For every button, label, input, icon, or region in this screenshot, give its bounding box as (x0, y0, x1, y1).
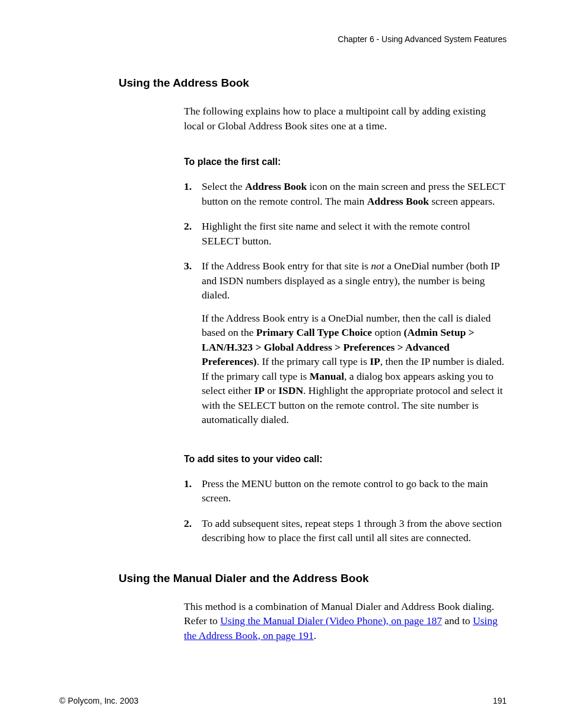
link-manual-dialer[interactable]: Using the Manual Dialer (Video Phone), o… (220, 615, 442, 627)
text-bold: Manual (310, 370, 344, 382)
section-heading-manual-dialer: Using the Manual Dialer and the Address … (119, 572, 507, 585)
section-address-book: Using the Address Book The following exp… (59, 77, 507, 427)
numbered-list-first-call: Select the Address Book icon on the main… (184, 179, 507, 427)
body-text-intro: The following explains how to place a mu… (184, 104, 507, 133)
list-item: If the Address Book entry for that site … (184, 259, 507, 427)
indented-paragraph: If the Address Book entry is a OneDial n… (202, 311, 507, 427)
footer-page-number: 191 (493, 696, 507, 705)
list-item: Press the MENU button on the remote cont… (184, 476, 507, 506)
footer-copyright: © Polycom, Inc. 2003 (59, 696, 138, 705)
numbered-list-add-sites: Press the MENU button on the remote cont… (184, 476, 507, 545)
text-bold: IP (370, 355, 380, 367)
text-fragment: or (265, 384, 278, 396)
text-fragment: and to (442, 615, 473, 627)
text-fragment: If the Address Book entry for that site … (202, 260, 371, 272)
subsection-heading-add-sites: To add sites to your video call: (184, 454, 507, 465)
text-bold: Address Book (245, 180, 307, 192)
chapter-header: Chapter 6 - Using Advanced System Featur… (59, 34, 507, 44)
text-italic: not (371, 260, 384, 272)
text-fragment: screen appears. (429, 195, 495, 207)
text-bold: Primary Call Type Choice (256, 326, 372, 338)
section-add-sites: To add sites to your video call: Press t… (59, 454, 507, 545)
footer: © Polycom, Inc. 2003 191 (59, 696, 507, 705)
text-bold: IP (254, 384, 265, 396)
page-container: Chapter 6 - Using Advanced System Featur… (0, 0, 566, 728)
text-fragment: Select the (202, 180, 245, 192)
text-fragment: . (314, 630, 316, 641)
text-fragment: option (372, 326, 403, 338)
section-manual-dialer: Using the Manual Dialer and the Address … (59, 572, 507, 643)
text-bold: ISDN (278, 384, 303, 396)
text-bold: Address Book (367, 195, 429, 207)
section-heading-address-book: Using the Address Book (119, 77, 507, 90)
text-fragment: . If the primary call type is (257, 355, 370, 367)
list-item: To add subsequent sites, repeat steps 1 … (184, 516, 507, 545)
list-item: Select the Address Book icon on the main… (184, 179, 507, 208)
list-item: Highlight the first site name and select… (184, 219, 507, 248)
body-text-manual-dialer: This method is a combination of Manual D… (184, 599, 507, 643)
subsection-heading-first-call: To place the first call: (184, 157, 507, 167)
